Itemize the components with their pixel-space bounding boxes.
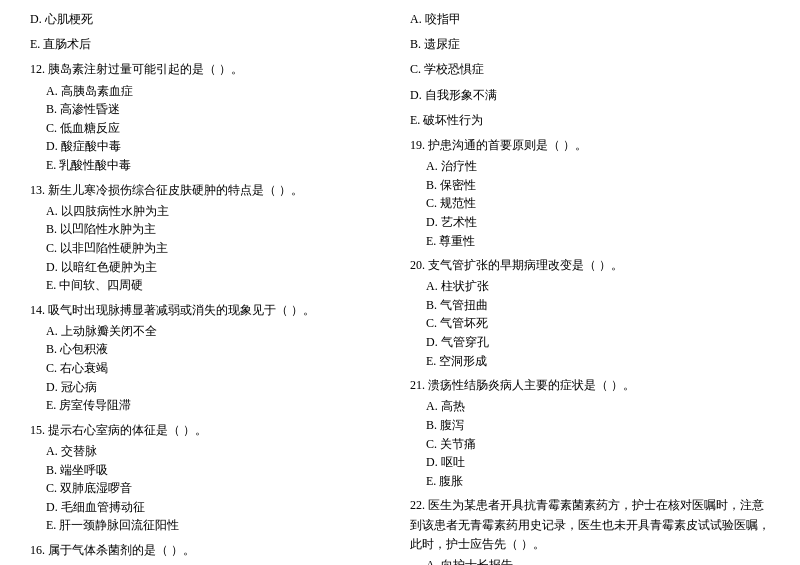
option: C. 以非凹陷性硬肿为主 [30,239,390,258]
option: A. 向护士长报告 [410,556,770,565]
question-block: 14. 吸气时出现脉搏显著减弱或消失的现象见于（ ）。A. 上动脉瓣关闭不全B.… [30,301,390,415]
left-column: D. 心肌梗死E. 直肠术后12. 胰岛素注射过量可能引起的是（ ）。A. 高胰… [30,10,390,565]
question-title: B. 遗尿症 [410,35,770,54]
option: B. 气管扭曲 [410,296,770,315]
option: A. 以四肢病性水肿为主 [30,202,390,221]
question-block: 21. 溃疡性结肠炎病人主要的症状是（ ）。A. 高热B. 腹泻C. 关节痛D.… [410,376,770,490]
option: A. 上动脉瓣关闭不全 [30,322,390,341]
question-block: 19. 护患沟通的首要原则是（ ）。A. 治疗性B. 保密性C. 规范性D. 艺… [410,136,770,250]
question-block: B. 遗尿症 [410,35,770,54]
option: C. 右心衰竭 [30,359,390,378]
option: E. 乳酸性酸中毒 [30,156,390,175]
option: C. 双肺底湿啰音 [30,479,390,498]
question-title: C. 学校恐惧症 [410,60,770,79]
question-title: 21. 溃疡性结肠炎病人主要的症状是（ ）。 [410,376,770,395]
option: A. 高胰岛素血症 [30,82,390,101]
question-block: C. 学校恐惧症 [410,60,770,79]
option: D. 酸症酸中毒 [30,137,390,156]
option: E. 房室传导阻滞 [30,396,390,415]
option: C. 低血糖反应 [30,119,390,138]
option: B. 端坐呼吸 [30,461,390,480]
option: E. 中间软、四周硬 [30,276,390,295]
question-title: E. 破坏性行为 [410,111,770,130]
option: B. 腹泻 [410,416,770,435]
option: A. 高热 [410,397,770,416]
option: E. 尊重性 [410,232,770,251]
question-block: E. 破坏性行为 [410,111,770,130]
option: B. 心包积液 [30,340,390,359]
option: E. 腹胀 [410,472,770,491]
option: C. 气管坏死 [410,314,770,333]
question-title: 14. 吸气时出现脉搏显著减弱或消失的现象见于（ ）。 [30,301,390,320]
question-block: A. 咬指甲 [410,10,770,29]
option: B. 保密性 [410,176,770,195]
option: D. 艺术性 [410,213,770,232]
right-column: A. 咬指甲B. 遗尿症C. 学校恐惧症D. 自我形象不满E. 破坏性行为19.… [410,10,770,565]
question-block: D. 心肌梗死 [30,10,390,29]
option: A. 治疗性 [410,157,770,176]
option: A. 柱状扩张 [410,277,770,296]
option: D. 以暗红色硬肿为主 [30,258,390,277]
question-title: 20. 支气管扩张的早期病理改变是（ ）。 [410,256,770,275]
question-block: 13. 新生儿寒冷损伤综合征皮肤硬肿的特点是（ ）。A. 以四肢病性水肿为主B.… [30,181,390,295]
question-title: 16. 属于气体杀菌剂的是（ ）。 [30,541,390,560]
question-block: 22. 医生为某患者开具抗青霉素菌素药方，护士在核对医嘱时，注意到该患者无青霉素… [410,496,770,565]
question-block: E. 直肠术后 [30,35,390,54]
option: D. 气管穿孔 [410,333,770,352]
question-title: 12. 胰岛素注射过量可能引起的是（ ）。 [30,60,390,79]
question-title: 22. 医生为某患者开具抗青霉素菌素药方，护士在核对医嘱时，注意到该患者无青霉素… [410,496,770,554]
question-title: E. 直肠术后 [30,35,390,54]
two-col-layout: D. 心肌梗死E. 直肠术后12. 胰岛素注射过量可能引起的是（ ）。A. 高胰… [30,10,770,565]
question-block: 15. 提示右心室病的体征是（ ）。A. 交替脉B. 端坐呼吸C. 双肺底湿啰音… [30,421,390,535]
question-block: 20. 支气管扩张的早期病理改变是（ ）。A. 柱状扩张B. 气管扭曲C. 气管… [410,256,770,370]
question-title: 13. 新生儿寒冷损伤综合征皮肤硬肿的特点是（ ）。 [30,181,390,200]
option: D. 冠心病 [30,378,390,397]
option: D. 毛细血管搏动征 [30,498,390,517]
option: E. 空洞形成 [410,352,770,371]
question-block: D. 自我形象不满 [410,86,770,105]
question-title: 15. 提示右心室病的体征是（ ）。 [30,421,390,440]
question-title: D. 自我形象不满 [410,86,770,105]
page-container: D. 心肌梗死E. 直肠术后12. 胰岛素注射过量可能引起的是（ ）。A. 高胰… [30,10,770,565]
option: A. 交替脉 [30,442,390,461]
question-block: 16. 属于气体杀菌剂的是（ ）。A. 37%～40%甲醛B. 环氧乙烷C. 过… [30,541,390,565]
option: D. 呕吐 [410,453,770,472]
option: C. 关节痛 [410,435,770,454]
question-title: A. 咬指甲 [410,10,770,29]
option: B. 以凹陷性水肿为主 [30,220,390,239]
question-block: 12. 胰岛素注射过量可能引起的是（ ）。A. 高胰岛素血症B. 高渗性昏迷C.… [30,60,390,174]
question-title: D. 心肌梗死 [30,10,390,29]
option: E. 肝一颈静脉回流征阳性 [30,516,390,535]
question-title: 19. 护患沟通的首要原则是（ ）。 [410,136,770,155]
option: B. 高渗性昏迷 [30,100,390,119]
option: C. 规范性 [410,194,770,213]
